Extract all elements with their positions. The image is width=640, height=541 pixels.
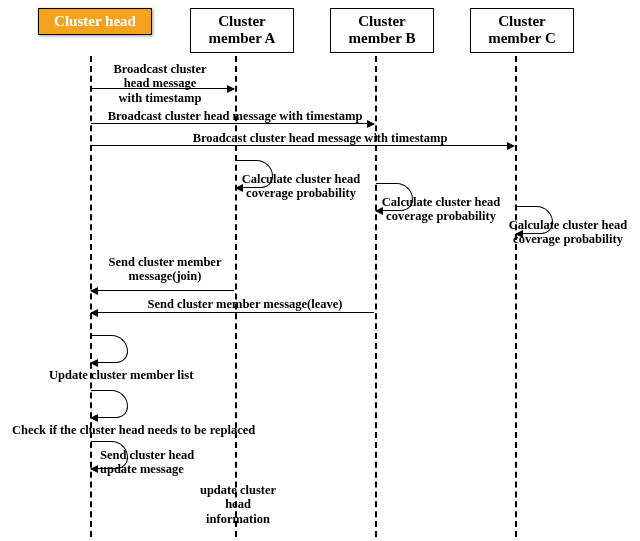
arrow-broadcast-a	[91, 88, 234, 89]
msg-update-info: update cluster head information	[188, 483, 288, 526]
lifeline-member-b	[375, 56, 377, 537]
participant-member-a-label: Cluster member A	[209, 13, 276, 46]
msg-calc-c: Calculate cluster head coverage probabil…	[498, 218, 638, 247]
msg-send-update: Send cluster head update message	[100, 448, 230, 477]
msg-broadcast-a-label: Broadcast cluster head message with time…	[100, 62, 220, 105]
msg-update-list: Update cluster member list	[49, 368, 229, 382]
msg-broadcast-c-label: Broadcast cluster head message with time…	[130, 131, 510, 145]
msg-leave-label: Send cluster member message(leave)	[120, 297, 370, 311]
msg-check-replace: Check if the cluster head needs to be re…	[12, 423, 302, 437]
participant-member-b-label: Cluster member B	[349, 13, 416, 46]
participant-member-c: Cluster member C	[470, 8, 574, 53]
loop-check-replace	[91, 390, 128, 418]
msg-calc-b: Calculate cluster head coverage probabil…	[371, 195, 511, 224]
participant-cluster-head: Cluster head	[38, 8, 152, 35]
msg-calc-a: Calculate cluster head coverage probabil…	[231, 172, 371, 201]
loop-update-list	[91, 335, 128, 363]
msg-broadcast-b-label: Broadcast cluster head message with time…	[100, 109, 370, 123]
msg-join-label: Send cluster member message(join)	[95, 255, 235, 284]
arrow-join	[91, 290, 234, 291]
sequence-diagram: Cluster head Cluster member A Cluster me…	[0, 0, 640, 541]
lifeline-member-c	[515, 56, 517, 537]
participant-member-c-label: Cluster member C	[488, 13, 556, 46]
participant-member-a: Cluster member A	[190, 8, 294, 53]
participant-member-b: Cluster member B	[330, 8, 434, 53]
arrow-broadcast-c	[91, 145, 514, 146]
arrow-leave	[91, 312, 374, 313]
arrow-broadcast-b	[91, 123, 374, 124]
